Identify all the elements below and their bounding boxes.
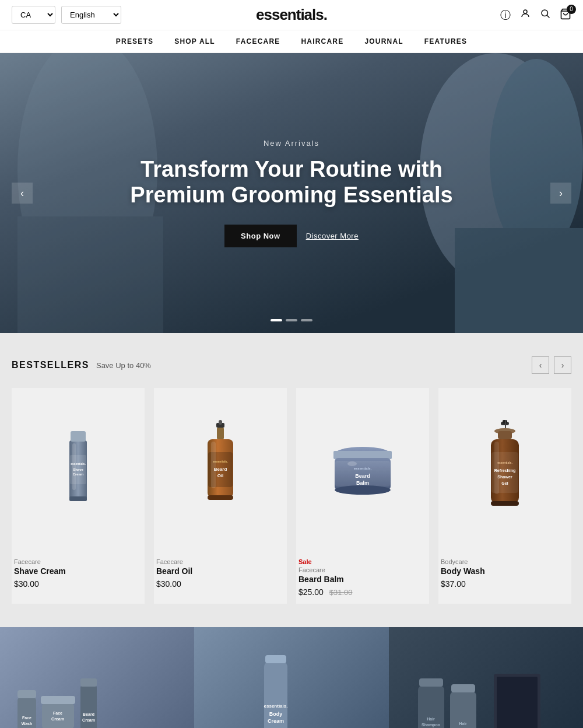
svg-rect-54 [42, 703, 74, 728]
account-icon[interactable] [520, 8, 531, 22]
products-prev-button[interactable]: ‹ [532, 356, 549, 374]
product-image-beard-oil: essentials. Beard Oil [154, 388, 287, 551]
hero-buttons: Shop Now Discover More [128, 225, 455, 247]
svg-text:essentials.: essentials. [497, 461, 512, 464]
search-icon[interactable] [540, 8, 550, 22]
svg-point-1 [542, 10, 548, 16]
svg-text:Cream: Cream [51, 717, 64, 721]
svg-text:Cream: Cream [82, 718, 95, 722]
svg-rect-51 [17, 690, 36, 698]
hero-prev-button[interactable]: ‹ [12, 183, 33, 204]
product-info-shave-cream: Facecare Shave Cream $30.00 [12, 551, 145, 596]
hero-dot-3[interactable] [301, 319, 312, 321]
svg-rect-26 [208, 495, 233, 500]
banner-body[interactable]: essentials. Body Cream [194, 627, 388, 728]
product-card-beard-balm[interactable]: essentials. Beard Balm Sale Facecare Bea… [296, 388, 429, 604]
cart-count: 0 [567, 5, 576, 14]
nav-item-haircare[interactable]: HAIRCARE [301, 37, 343, 46]
product-card-body-wash[interactable]: essentials. Refreshing Shower Gel Bodyca… [438, 388, 571, 604]
product-card-beard-oil[interactable]: essentials. Beard Oil Facecare Beard Oil… [154, 388, 287, 604]
product-category: Facecare [14, 558, 142, 565]
svg-rect-75 [419, 678, 443, 687]
svg-text:Beard: Beard [355, 473, 370, 479]
svg-rect-29 [333, 451, 392, 459]
product-category: Facecare [156, 558, 285, 565]
svg-text:Face: Face [22, 716, 31, 720]
svg-point-5 [490, 59, 583, 257]
site-logo[interactable]: essentials. [256, 6, 327, 24]
banner-face[interactable]: Face Wash Face Cream Beard Cream Shave C… [0, 627, 194, 728]
bestsellers-section: BESTSELLERS Save Up to 40% ‹ › [0, 333, 583, 627]
product-category: Sale Facecare [298, 558, 427, 573]
product-price: $30.00 [14, 579, 142, 589]
hero-pagination [271, 319, 312, 321]
svg-line-2 [547, 15, 549, 18]
hero-dot-1[interactable] [271, 319, 282, 321]
products-grid: essentials. Shave Cream Facecare Shave C… [12, 388, 571, 604]
product-category: Bodycare [441, 558, 569, 565]
country-select[interactable]: CA US UK [12, 6, 55, 24]
svg-rect-11 [71, 431, 86, 442]
hero-cta-primary[interactable]: Shop Now [224, 225, 297, 247]
header-right: ⓘ 0 [500, 8, 571, 22]
original-price: $31.00 [329, 588, 353, 597]
hero-cta-secondary[interactable]: Discover More [306, 232, 359, 240]
section-title-group: BESTSELLERS Save Up to 40% [12, 360, 151, 370]
svg-text:Beard: Beard [214, 467, 227, 472]
hero-title: Transform Your Routine with Premium Groo… [128, 157, 455, 208]
product-image-shave-cream: essentials. Shave Cream [12, 388, 145, 551]
nav-item-facecare[interactable]: FACECARE [236, 37, 280, 46]
product-card-shave-cream[interactable]: essentials. Shave Cream Facecare Shave C… [12, 388, 145, 604]
svg-text:Shower: Shower [497, 475, 512, 479]
svg-rect-41 [498, 431, 512, 439]
product-price: $25.00 $31.00 [298, 587, 427, 597]
hero-dot-2[interactable] [286, 319, 297, 321]
hero-tag: New Arrivals [128, 139, 455, 148]
svg-text:Gel: Gel [501, 481, 508, 485]
main-nav: PRESETS SHOP ALL FACECARE HAIRCARE JOURN… [0, 30, 583, 53]
svg-text:Wash: Wash [22, 722, 32, 726]
product-info-beard-oil: Facecare Beard Oil $30.00 [154, 551, 287, 596]
banner-hair[interactable]: Hair Shampoo Hair Mask Matte Paste [389, 627, 583, 728]
hero-content: New Arrivals Transform Your Routine with… [128, 139, 455, 247]
svg-text:essentials.: essentials. [354, 467, 372, 470]
svg-rect-49 [494, 442, 499, 494]
nav-item-presets[interactable]: PRESETS [116, 37, 153, 46]
shave-cream-image: essentials. Shave Cream [52, 423, 104, 516]
product-name: Body Wash [441, 566, 569, 576]
hero-section: ‹ New Arrivals Transform Your Routine wi… [0, 53, 583, 333]
face-products-display: Face Wash Face Cream Beard Cream Shave C… [0, 627, 194, 728]
svg-text:Balm: Balm [356, 480, 369, 486]
svg-point-0 [524, 10, 527, 13]
svg-text:Cream: Cream [268, 718, 284, 724]
beard-balm-image: essentials. Beard Balm [322, 429, 403, 510]
svg-rect-73 [497, 677, 538, 728]
svg-rect-55 [41, 696, 75, 704]
products-next-button[interactable]: › [554, 356, 571, 374]
svg-rect-27 [211, 442, 216, 488]
svg-rect-59 [80, 678, 97, 687]
section-title: BESTSELLERS [12, 360, 89, 370]
svg-text:Body: Body [269, 711, 283, 717]
svg-point-35 [335, 485, 391, 495]
product-name: Shave Cream [14, 566, 142, 576]
section-header: BESTSELLERS Save Up to 40% ‹ › [12, 356, 571, 374]
nav-item-journal[interactable]: JOURNAL [364, 37, 403, 46]
info-icon[interactable]: ⓘ [500, 8, 511, 22]
nav-item-shop-all[interactable]: SHOP ALL [174, 37, 215, 46]
cart-button[interactable]: 0 [560, 8, 571, 22]
hero-next-button[interactable]: › [550, 183, 571, 204]
banners-section: Face Wash Face Cream Beard Cream Shave C… [0, 627, 583, 728]
svg-text:Hair: Hair [427, 717, 435, 721]
nav-item-features[interactable]: FEATURES [424, 37, 467, 46]
header-left: CA US UK English French Spanish [12, 6, 121, 24]
svg-rect-79 [451, 684, 475, 692]
product-price: $37.00 [441, 579, 569, 589]
product-image-beard-balm: essentials. Beard Balm [296, 388, 429, 551]
product-info-body-wash: Bodycare Body Wash $37.00 [438, 551, 571, 596]
beard-oil-image: essentials. Beard Oil [185, 417, 255, 522]
svg-text:Face: Face [53, 711, 62, 715]
language-select[interactable]: English French Spanish [61, 6, 121, 24]
product-name: Beard Oil [156, 566, 285, 576]
product-image-body-wash: essentials. Refreshing Shower Gel [438, 388, 571, 551]
